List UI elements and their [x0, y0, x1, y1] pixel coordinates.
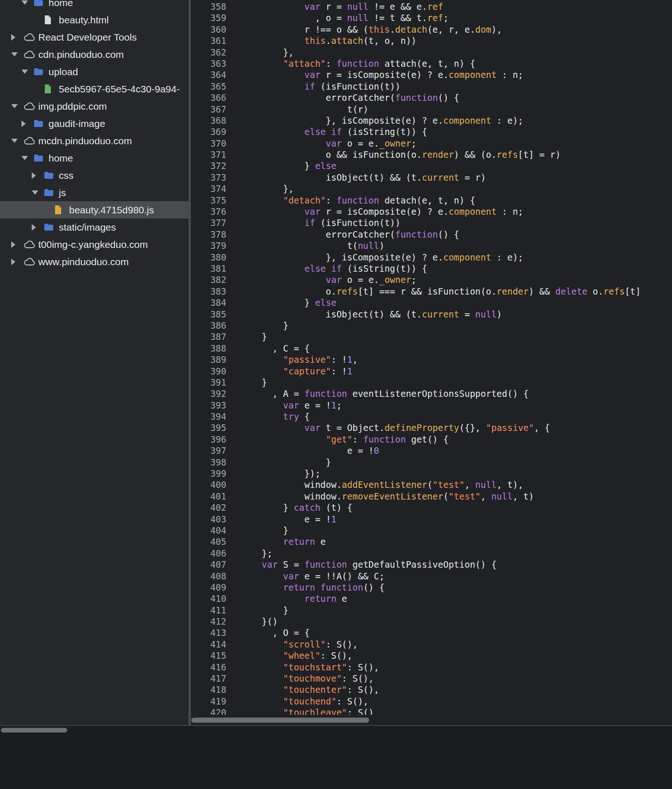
code-line-content[interactable]: if (isFunction(t)) — [226, 217, 400, 228]
line-number[interactable]: 396 — [191, 434, 226, 445]
line-number[interactable]: 361 — [191, 35, 226, 46]
code-line-content[interactable]: } — [226, 457, 331, 468]
collapse-arrow-icon[interactable] — [21, 70, 34, 74]
line-number[interactable]: 406 — [191, 548, 226, 559]
line-number[interactable]: 385 — [191, 309, 226, 320]
tree-item-beauty-4715d980-js[interactable]: beauty.4715d980.js — [0, 201, 189, 218]
line-number[interactable]: 380 — [191, 252, 226, 263]
line-number[interactable]: 377 — [191, 217, 226, 228]
code-line-content[interactable]: , A = function eventListenerOptionsSuppo… — [226, 388, 529, 399]
code-line-content[interactable]: } — [226, 320, 288, 331]
code-line-content[interactable]: o && isFunction(o.render) && (o.refs[t] … — [226, 149, 560, 160]
expand-arrow-icon[interactable] — [11, 34, 23, 41]
tree-item-mcdn-pinduoduo-com[interactable]: mcdn.pinduoduo.com — [0, 132, 189, 149]
collapse-arrow-icon[interactable] — [32, 190, 44, 195]
line-number[interactable]: 415 — [191, 650, 226, 661]
line-number[interactable]: 416 — [191, 662, 226, 673]
tree-item-home[interactable]: home — [0, 149, 189, 167]
editor-horizontal-scrollbar[interactable] — [191, 715, 672, 725]
tree-item-t00img-c-yangkeduo-com[interactable]: t00img-c.yangkeduo.com — [0, 236, 189, 253]
tree-item-home[interactable]: home — [0, 0, 189, 11]
line-number[interactable]: 373 — [191, 172, 226, 183]
line-number[interactable]: 367 — [191, 104, 226, 115]
line-number[interactable]: 371 — [191, 149, 226, 160]
code-line-content[interactable]: var r = null != e && e.ref — [226, 1, 443, 12]
expand-arrow-icon[interactable] — [11, 241, 23, 248]
code-line-content[interactable]: } — [226, 377, 267, 388]
code-line-content[interactable]: "capture": !1 — [226, 366, 352, 377]
line-number[interactable]: 387 — [191, 331, 226, 342]
line-number[interactable]: 392 — [191, 388, 226, 399]
code-line-content[interactable]: }; — [226, 548, 273, 559]
line-number[interactable]: 372 — [191, 160, 226, 171]
code-line-content[interactable]: , o = null != t && t.ref; — [226, 12, 448, 23]
code-line-content[interactable]: errorCatcher(function() { — [226, 229, 459, 240]
line-number[interactable]: 418 — [191, 684, 226, 695]
code-line-content[interactable]: "touchmove": S(), — [226, 673, 374, 684]
tree-item-www-pinduoduo-com[interactable]: www.pinduoduo.com — [0, 253, 189, 270]
code-line-content[interactable]: window.addEventListener("test", null, t)… — [226, 479, 523, 490]
code-line-content[interactable]: window.removeEventListener("test", null,… — [226, 491, 534, 502]
expand-arrow-icon[interactable] — [21, 120, 34, 127]
code-line-content[interactable]: o.refs[t] === r && isFunction(o.render) … — [226, 286, 641, 297]
line-number[interactable]: 407 — [191, 559, 226, 570]
line-number[interactable]: 397 — [191, 445, 226, 456]
line-number[interactable]: 381 — [191, 263, 226, 274]
line-number[interactable]: 388 — [191, 343, 226, 354]
code-line-content[interactable]: var e = !1; — [226, 400, 342, 411]
tree-item-js[interactable]: js — [0, 184, 189, 201]
line-number[interactable]: 408 — [191, 571, 226, 582]
line-number[interactable]: 374 — [191, 183, 226, 194]
line-number[interactable]: 386 — [191, 320, 226, 331]
expand-arrow-icon[interactable] — [32, 172, 44, 179]
code-line-content[interactable]: var t = Object.defineProperty({}, "passi… — [226, 422, 550, 433]
line-number[interactable]: 411 — [191, 605, 226, 616]
editor-hscrollbar-thumb[interactable] — [191, 718, 369, 723]
code-line-content[interactable]: } — [226, 605, 288, 616]
tree-item-cdn-pinduoduo-com[interactable]: cdn.pinduoduo.com — [0, 46, 189, 63]
line-number[interactable]: 383 — [191, 286, 226, 297]
tree-item-react-developer-tools[interactable]: React Developer Tools — [0, 28, 189, 46]
code-line-content[interactable]: "touchstart": S(), — [226, 662, 379, 673]
line-number[interactable]: 384 — [191, 297, 226, 308]
line-number[interactable]: 358 — [191, 1, 226, 12]
code-line-content[interactable]: } catch (t) { — [226, 502, 352, 513]
expand-arrow-icon[interactable] — [11, 259, 23, 265]
code-line-content[interactable]: "passive": !1, — [226, 354, 358, 365]
line-number[interactable]: 370 — [191, 138, 226, 149]
line-number[interactable]: 382 — [191, 274, 226, 285]
line-number[interactable]: 375 — [191, 195, 226, 206]
collapse-arrow-icon[interactable] — [21, 156, 34, 160]
line-number[interactable]: 393 — [191, 400, 226, 411]
code-line-content[interactable]: isObject(t) && (t.current = null) — [226, 309, 502, 320]
line-number[interactable]: 395 — [191, 422, 226, 433]
line-number[interactable]: 362 — [191, 47, 226, 58]
code-line-content[interactable]: "touchend": S(), — [226, 696, 369, 707]
line-number[interactable]: 412 — [191, 616, 226, 627]
tree-item-img-pddpic-com[interactable]: img.pddpic.com — [0, 98, 189, 115]
code-line-content[interactable]: } — [226, 525, 288, 536]
expand-arrow-icon[interactable] — [32, 224, 44, 231]
line-number[interactable]: 363 — [191, 58, 226, 69]
collapse-arrow-icon[interactable] — [11, 52, 23, 56]
line-number[interactable]: 401 — [191, 491, 226, 502]
line-number[interactable]: 410 — [191, 593, 226, 604]
code-line-content[interactable]: "detach": function detach(e, t, n) { — [226, 195, 475, 206]
tree-item-upload[interactable]: upload — [0, 63, 189, 80]
code-line-content[interactable]: var S = function getDefaultPassiveOption… — [226, 559, 497, 570]
line-number[interactable]: 404 — [191, 525, 226, 536]
code-line-content[interactable]: e = !1 — [226, 514, 336, 525]
line-number[interactable]: 403 — [191, 514, 226, 525]
code-line-content[interactable]: t(null) — [226, 240, 385, 251]
code-line-content[interactable]: var o = e._owner; — [226, 274, 417, 285]
code-line-content[interactable]: "attach": function attach(e, t, n) { — [226, 58, 475, 69]
code-line-content[interactable]: } else — [226, 297, 336, 308]
line-number[interactable]: 376 — [191, 206, 226, 217]
line-number[interactable]: 389 — [191, 354, 226, 365]
code-line-content[interactable]: }, — [226, 47, 294, 58]
line-number[interactable]: 417 — [191, 673, 226, 684]
line-number[interactable]: 402 — [191, 502, 226, 513]
code-line-content[interactable]: var r = isComposite(e) ? e.component : n… — [226, 206, 523, 217]
line-number[interactable]: 399 — [191, 468, 226, 479]
code-line-content[interactable]: }, — [226, 183, 294, 194]
